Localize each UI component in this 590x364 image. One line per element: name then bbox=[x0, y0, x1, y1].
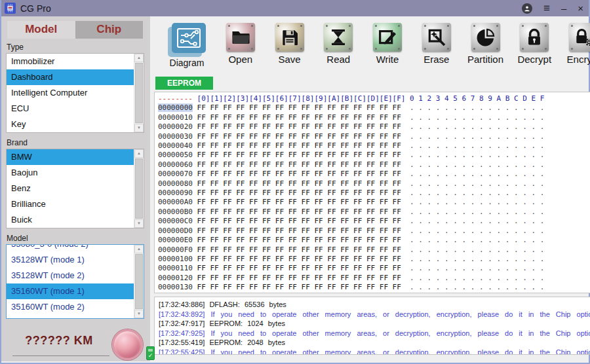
model-scrollbar[interactable]: ▲ ▼ bbox=[134, 245, 144, 318]
hex-grid[interactable]: -------- [0][1][2][3][4][5][6][7][8][9][… bbox=[158, 94, 590, 293]
brand-list-item[interactable]: Benz bbox=[7, 181, 134, 196]
save-label: Save bbox=[278, 54, 300, 65]
log-line: [17:32:47:925] If you need to operate ot… bbox=[159, 329, 590, 338]
hex-header-row: -------- [0][1][2][3][4][5][6][7][8][9][… bbox=[158, 94, 590, 103]
sidebar-tabs: Model Chip bbox=[7, 21, 143, 39]
hex-row[interactable]: 00000120 FF FF FF FF FF FF FF FF FF FF F… bbox=[158, 274, 590, 283]
type-scrollbar[interactable]: ▲ ▼ bbox=[134, 54, 144, 132]
scroll-down-icon[interactable]: ▼ bbox=[134, 124, 144, 132]
hex-row[interactable]: 00000130 FF FF FF FF FF FF FF FF FF FF F… bbox=[158, 283, 590, 292]
hex-row[interactable]: 000000D0 FF FF FF FF FF FF FF FF FF FF F… bbox=[158, 227, 590, 236]
log-line: [17:32:47:917] EEPROM: 1024 bytes bbox=[159, 319, 590, 329]
model-list-item[interactable]: 35128WT (mode 1) bbox=[7, 252, 134, 268]
partition-label: Partition bbox=[467, 54, 503, 65]
scroll-thumb[interactable] bbox=[135, 63, 143, 123]
hex-row[interactable]: 00000030 FF FF FF FF FF FF FF FF FF FF F… bbox=[158, 132, 590, 141]
brand-listbox[interactable]: BMWBaojunBenzBrillianceBuick ▲ ▼ bbox=[6, 149, 144, 228]
user-account-icon[interactable] bbox=[522, 3, 532, 14]
log-lines: [17:32:43:886] DFLASH: 65536 bytes[17:32… bbox=[159, 300, 590, 355]
scroll-down-icon[interactable]: ▼ bbox=[134, 219, 144, 228]
hex-row[interactable]: 00000000 FF FF FF FF FF FF FF FF FF FF F… bbox=[158, 103, 590, 113]
encrypt-label: Encrypt bbox=[567, 54, 590, 65]
minimize-button[interactable]: – bbox=[561, 3, 566, 13]
title-bar: CG Pro ≡ – × bbox=[1, 0, 589, 16]
log-line: [17:32:55:425] If you need to operate ot… bbox=[159, 348, 590, 355]
eeprom-tab[interactable]: EEPROM bbox=[155, 77, 213, 90]
type-list-item[interactable]: ECU bbox=[7, 101, 134, 117]
sidebar: Model Chip Type ImmobilizerDashboardInte… bbox=[1, 16, 150, 361]
app-logo-chip-icon bbox=[5, 3, 16, 14]
hex-row[interactable]: 00000020 FF FF FF FF FF FF FF FF FF FF F… bbox=[158, 122, 590, 132]
close-button[interactable]: × bbox=[578, 3, 583, 13]
scroll-up-icon[interactable]: ▲ bbox=[134, 149, 144, 158]
mileage-action-button[interactable] bbox=[112, 329, 143, 360]
scroll-down-icon[interactable]: ▼ bbox=[134, 310, 144, 318]
model-section-label: Model bbox=[7, 234, 144, 243]
diagram-label: Diagram bbox=[170, 58, 205, 68]
hex-row[interactable]: 000000F0 FF FF FF FF FF FF FF FF FF FF F… bbox=[158, 246, 590, 255]
brand-list-item[interactable]: BMW bbox=[7, 149, 134, 165]
write-button[interactable]: Write bbox=[366, 23, 409, 65]
hex-panel: -------- [0][1][2][3][4][5][6][7][8][9][… bbox=[154, 92, 590, 293]
open-label: Open bbox=[228, 54, 252, 65]
hex-row[interactable]: 00000090 FF FF FF FF FF FF FF FF FF FF F… bbox=[158, 189, 590, 198]
hex-row[interactable]: 00000060 FF FF FF FF FF FF FF FF FF FF F… bbox=[158, 160, 590, 170]
scroll-thumb[interactable] bbox=[135, 158, 143, 219]
write-pencil-icon bbox=[373, 23, 402, 52]
hex-row[interactable]: 000000A0 FF FF FF FF FF FF FF FF FF FF F… bbox=[158, 198, 590, 207]
hex-row[interactable]: 00000100 FF FF FF FF FF FF FF FF FF FF F… bbox=[158, 255, 590, 264]
decrypt-button[interactable]: Decrypt bbox=[513, 23, 556, 65]
model-list-item[interactable]: 35080_3-0 (mode 2) bbox=[7, 244, 134, 252]
log-line: [17:32:55:419] EEPROM: 2048 bytes bbox=[159, 338, 590, 348]
partition-pie-icon bbox=[471, 23, 500, 52]
write-label: Write bbox=[376, 54, 399, 65]
scroll-up-icon[interactable]: ▲ bbox=[134, 54, 144, 62]
brand-list-item[interactable]: Brilliance bbox=[7, 196, 134, 212]
open-button[interactable]: Open bbox=[219, 23, 262, 65]
read-hourglass-icon bbox=[324, 23, 353, 52]
read-button[interactable]: Read bbox=[317, 23, 360, 65]
hex-row[interactable]: 00000070 FF FF FF FF FF FF FF FF FF FF F… bbox=[158, 170, 590, 179]
log-panel: [17:32:43:886] DFLASH: 65536 bytes[17:32… bbox=[154, 297, 590, 355]
open-folder-icon bbox=[226, 23, 255, 52]
diagram-button[interactable]: Diagram bbox=[161, 23, 213, 68]
scroll-up-icon[interactable]: ▲ bbox=[134, 245, 144, 253]
diagram-circuit-icon bbox=[172, 23, 206, 53]
brand-section-label: Brand bbox=[7, 138, 144, 147]
mileage-value: ?????? KM bbox=[6, 334, 112, 348]
erase-label: Erase bbox=[423, 54, 449, 65]
toolbar: DiagramOpenSaveReadWriteErasePartitionDe… bbox=[154, 20, 590, 75]
erase-button[interactable]: Erase bbox=[415, 23, 458, 65]
model-list-item[interactable]: 35160WT (mode 1) bbox=[7, 283, 134, 299]
save-floppy-icon bbox=[275, 23, 304, 52]
type-list-item[interactable]: Immobilizer bbox=[7, 54, 134, 69]
type-listbox[interactable]: ImmobilizerDashboardIntelligent Computer… bbox=[6, 53, 144, 133]
brand-list-item[interactable]: Baojun bbox=[7, 165, 134, 181]
type-list-item[interactable]: Intelligent Computer bbox=[7, 85, 134, 101]
partition-button[interactable]: Partition bbox=[464, 23, 507, 65]
model-listbox[interactable]: 35080_3-0 (mode 2)35128WT (mode 1)35128W… bbox=[6, 244, 144, 319]
hex-row[interactable]: 000000E0 FF FF FF FF FF FF FF FF FF FF F… bbox=[158, 236, 590, 245]
model-list-item[interactable]: 35160WT (mode 2) bbox=[7, 299, 134, 315]
type-list-item[interactable]: Dashboard bbox=[7, 69, 134, 85]
divider bbox=[12, 355, 109, 356]
brand-scrollbar[interactable]: ▲ ▼ bbox=[134, 149, 144, 228]
save-button[interactable]: Save bbox=[268, 23, 311, 65]
tab-model[interactable]: Model bbox=[7, 21, 75, 39]
hex-row[interactable]: 00000010 FF FF FF FF FF FF FF FF FF FF F… bbox=[158, 113, 590, 122]
hex-row[interactable]: 000000C0 FF FF FF FF FF FF FF FF FF FF F… bbox=[158, 217, 590, 226]
encrypt-button[interactable]: Encrypt bbox=[562, 23, 590, 65]
hex-row[interactable]: 000000B0 FF FF FF FF FF FF FF FF FF FF F… bbox=[158, 208, 590, 217]
main-area: DiagramOpenSaveReadWriteErasePartitionDe… bbox=[150, 16, 590, 361]
read-label: Read bbox=[326, 54, 350, 65]
hex-row[interactable]: 00000050 FF FF FF FF FF FF FF FF FF FF F… bbox=[158, 151, 590, 160]
hex-row[interactable]: 00000080 FF FF FF FF FF FF FF FF FF FF F… bbox=[158, 179, 590, 189]
tab-chip[interactable]: Chip bbox=[75, 21, 144, 39]
type-list-item[interactable]: Key bbox=[7, 117, 134, 132]
hex-row[interactable]: 00000040 FF FF FF FF FF FF FF FF FF FF F… bbox=[158, 141, 590, 151]
scroll-thumb[interactable] bbox=[135, 254, 143, 309]
brand-list-item[interactable]: Buick bbox=[7, 212, 134, 228]
hex-row[interactable]: 00000110 FF FF FF FF FF FF FF FF FF FF F… bbox=[158, 264, 590, 273]
model-list-item[interactable]: 35128WT (mode 2) bbox=[7, 268, 134, 283]
menu-icon[interactable]: ≡ bbox=[543, 3, 550, 13]
